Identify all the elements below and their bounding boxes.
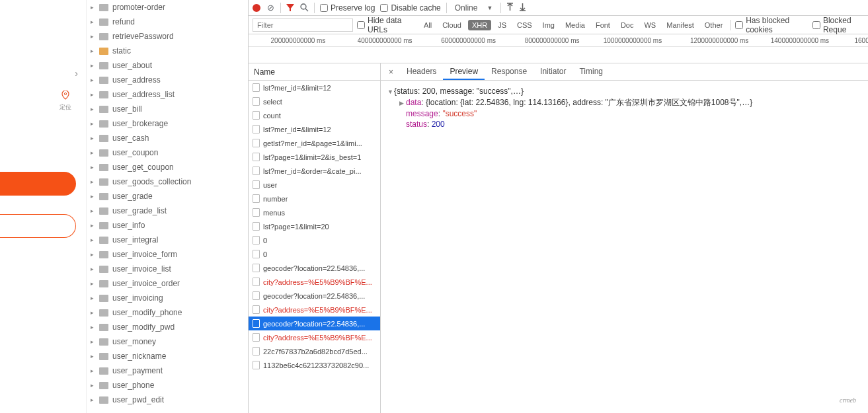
locate-group[interactable]: 定位 bbox=[59, 91, 71, 112]
tree-item[interactable]: ▸user_integral bbox=[87, 233, 248, 247]
request-row[interactable]: 0 bbox=[249, 247, 380, 261]
record-icon[interactable] bbox=[253, 4, 260, 12]
close-icon[interactable]: × bbox=[383, 67, 399, 77]
tab-response[interactable]: Response bbox=[485, 64, 533, 80]
tree-item[interactable]: ▸user_modify_pwd bbox=[87, 320, 248, 334]
filter-chip-other[interactable]: Other bbox=[701, 20, 727, 30]
tree-item[interactable]: ▸user_invoice_order bbox=[87, 276, 248, 291]
filter-chip-doc[interactable]: Doc bbox=[617, 20, 638, 30]
filter-chip-font[interactable]: Font bbox=[592, 20, 614, 30]
tab-headers[interactable]: Headers bbox=[400, 64, 443, 80]
filter-input[interactable] bbox=[253, 19, 353, 32]
tree-item[interactable]: ▸user_coupon bbox=[87, 145, 248, 160]
preview-json[interactable]: ▼{status: 200, message: "success",…} ▶da… bbox=[381, 81, 868, 413]
request-row[interactable]: geocoder?location=22.54836,... bbox=[249, 261, 380, 275]
chevron-right-icon[interactable]: › bbox=[75, 68, 78, 79]
tree-item[interactable]: ▸user_money bbox=[87, 334, 248, 349]
tree-item[interactable]: ▸user_grade_list bbox=[87, 204, 248, 218]
tree-item[interactable]: ▸user_cash bbox=[87, 131, 248, 145]
request-row[interactable]: geocoder?location=22.54836,... bbox=[249, 317, 380, 330]
tree-item[interactable]: ▸user_grade bbox=[87, 189, 248, 204]
filter-chip-ws[interactable]: WS bbox=[640, 20, 660, 30]
tree-item[interactable]: ▸user_info bbox=[87, 218, 248, 233]
request-row[interactable]: city?address=%E5%B9%BF%E... bbox=[249, 303, 380, 317]
outline-pill-button[interactable] bbox=[0, 214, 76, 238]
file-tree: ▸promoter-order▸refund▸retrievePassword▸… bbox=[87, 0, 248, 413]
filter-chip-all[interactable]: All bbox=[420, 20, 436, 30]
preserve-log-checkbox[interactable]: Preserve log bbox=[320, 3, 375, 13]
filter-chip-js[interactable]: JS bbox=[494, 20, 510, 30]
request-row[interactable]: menus bbox=[249, 206, 380, 219]
request-row[interactable]: lst?page=1&limit=2&is_best=1 bbox=[249, 150, 380, 164]
tree-item[interactable]: ▸user_about bbox=[87, 58, 248, 73]
tree-item[interactable]: ▸static bbox=[87, 44, 248, 58]
download-icon[interactable] bbox=[519, 3, 526, 13]
tree-item[interactable]: ▸promoter-order bbox=[87, 0, 248, 15]
clear-icon[interactable]: ⊘ bbox=[266, 3, 275, 13]
tree-item[interactable]: ▸user_bill bbox=[87, 102, 248, 116]
tree-item[interactable]: ▸user_invoice_form bbox=[87, 247, 248, 262]
devtools-toolbar: ⊘ Preserve log Disable cache Online▼ bbox=[249, 0, 868, 16]
detail-pane: × HeadersPreviewResponseInitiatorTiming … bbox=[381, 63, 868, 413]
search-icon[interactable] bbox=[299, 3, 309, 13]
tree-item[interactable]: ▸user_phone bbox=[87, 378, 248, 393]
timeline-tick: 400000000000 ms bbox=[358, 37, 413, 44]
tree-item[interactable]: ▸user_pwd_edit bbox=[87, 393, 248, 407]
request-row[interactable]: lst?mer_id=&limit=12 bbox=[249, 122, 380, 136]
tree-item[interactable]: ▸user_invoice_list bbox=[87, 262, 248, 276]
devtools-panel: ⊘ Preserve log Disable cache Online▼ Hid… bbox=[248, 0, 868, 413]
tree-item[interactable]: ▸refund bbox=[87, 15, 248, 29]
tree-item[interactable]: ▸user_goods_collection bbox=[87, 174, 248, 189]
request-row[interactable]: select bbox=[249, 94, 380, 108]
tree-item[interactable]: ▸user_nickname bbox=[87, 349, 248, 363]
filter-chip-xhr[interactable]: XHR bbox=[468, 20, 491, 30]
request-row[interactable]: city?address=%E5%B9%BF%E... bbox=[249, 275, 380, 289]
filter-icon[interactable] bbox=[286, 4, 294, 12]
separator bbox=[500, 3, 501, 13]
request-row[interactable]: 22c7f67837b2a6d82bcd7d5ed... bbox=[249, 344, 380, 358]
request-row[interactable]: geocoder?location=22.54836,... bbox=[249, 289, 380, 303]
request-row[interactable]: count bbox=[249, 108, 380, 122]
tree-item[interactable]: ▸user_modify_phone bbox=[87, 305, 248, 320]
name-column-header[interactable]: Name bbox=[249, 63, 380, 81]
request-row[interactable]: 1132be6c4c621233732082c90... bbox=[249, 358, 380, 372]
filter-chip-cloud[interactable]: Cloud bbox=[438, 20, 465, 30]
primary-pill-button[interactable] bbox=[0, 172, 76, 196]
filter-chip-manifest[interactable]: Manifest bbox=[662, 20, 698, 30]
request-row[interactable]: lst?mer_id=&limit=12 bbox=[249, 81, 380, 94]
request-row[interactable]: city?address=%E5%B9%BF%E... bbox=[249, 330, 380, 344]
has-blocked-cookies-checkbox[interactable]: Has blocked cookies bbox=[735, 16, 807, 34]
svg-point-1 bbox=[301, 4, 306, 9]
tree-item[interactable]: ▸user_get_coupon bbox=[87, 160, 248, 174]
timeline[interactable]: 200000000000 ms400000000000 ms6000000000… bbox=[249, 34, 868, 63]
tree-item[interactable]: ▸user_address_list bbox=[87, 87, 248, 102]
locate-label: 定位 bbox=[59, 103, 71, 112]
filter-chip-media[interactable]: Media bbox=[561, 20, 589, 30]
request-row[interactable]: user bbox=[249, 178, 380, 192]
tree-item[interactable]: ▸user_payment bbox=[87, 363, 248, 378]
request-row[interactable]: getlst?mer_id=&page=1&limi... bbox=[249, 136, 380, 150]
disable-cache-checkbox[interactable]: Disable cache bbox=[380, 3, 440, 13]
separator bbox=[446, 3, 447, 13]
filter-chip-img[interactable]: Img bbox=[539, 20, 559, 30]
pin-icon bbox=[59, 91, 71, 102]
svg-point-0 bbox=[64, 93, 66, 94]
separator bbox=[280, 3, 281, 13]
tab-preview[interactable]: Preview bbox=[443, 64, 485, 80]
tab-initiator[interactable]: Initiator bbox=[533, 64, 572, 80]
request-row[interactable]: 0 bbox=[249, 233, 380, 247]
blocked-requests-checkbox[interactable]: Blocked Reque bbox=[812, 16, 868, 34]
request-row[interactable]: lst?mer_id=&order=&cate_pi... bbox=[249, 164, 380, 178]
request-row[interactable]: number bbox=[249, 192, 380, 206]
tree-item[interactable]: ▸user_address bbox=[87, 73, 248, 87]
hide-data-urls-checkbox[interactable]: Hide data URLs bbox=[357, 16, 414, 34]
tab-timing[interactable]: Timing bbox=[572, 64, 610, 80]
request-row[interactable]: lst?page=1&limit=20 bbox=[249, 219, 380, 233]
throttling-select[interactable]: Online▼ bbox=[452, 3, 496, 13]
watermark: crmeb bbox=[840, 396, 856, 404]
tree-item[interactable]: ▸retrievePassword bbox=[87, 29, 248, 44]
upload-icon[interactable] bbox=[506, 3, 514, 13]
tree-item[interactable]: ▸user_invoicing bbox=[87, 291, 248, 305]
filter-chip-css[interactable]: CSS bbox=[513, 20, 536, 30]
tree-item[interactable]: ▸user_brokerage bbox=[87, 116, 248, 131]
